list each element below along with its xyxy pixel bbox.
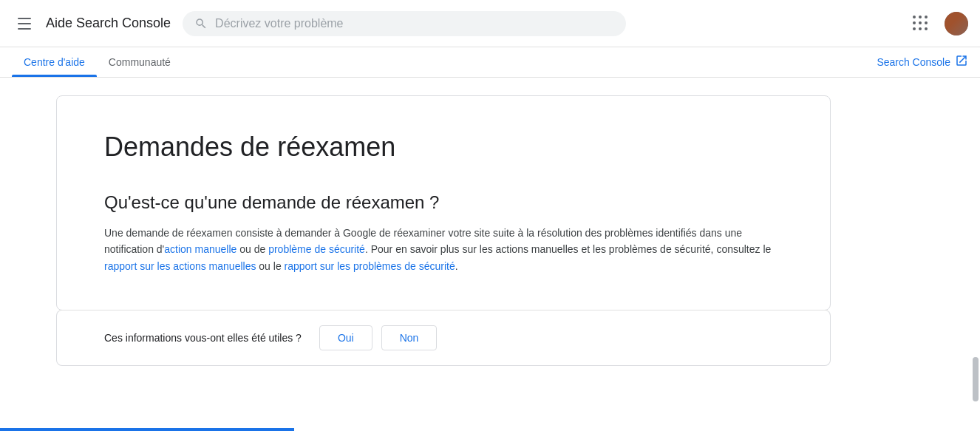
rapport-securite-link[interactable]: rapport sur les problèmes de sécurité [285,260,455,272]
avatar-image [945,12,968,35]
app-title: Aide Search Console [46,16,171,31]
nav-tabs-left: Centre d'aide Communauté [12,47,877,77]
header-right [906,9,968,38]
action-manuelle-link-1[interactable]: action manuelle [164,243,237,255]
header: Aide Search Console [0,0,980,47]
search-console-link[interactable]: Search Console [877,54,968,70]
main-content: Demandes de réexamen Qu'est-ce qu'une de… [0,78,887,384]
content-card: Demandes de réexamen Qu'est-ce qu'une de… [56,95,831,310]
nav-tabs: Centre d'aide Communauté Search Console [0,47,980,78]
search-input[interactable] [215,17,614,30]
rapport-actions-manuelles-link[interactable]: rapport sur les actions manuelles [104,260,256,272]
feedback-no-button[interactable]: Non [381,325,438,350]
feedback-yes-button[interactable]: Oui [319,325,372,350]
apps-button[interactable] [906,9,936,38]
page-title: Demandes de réexamen [104,132,783,163]
search-icon [194,17,208,30]
feedback-label: Ces informations vous-ont elles été util… [104,332,302,344]
probleme-securite-link-1[interactable]: problème de sécurité [268,243,365,255]
external-link-icon [955,54,968,70]
tab-centre-aide[interactable]: Centre d'aide [12,47,97,77]
tab-communaute[interactable]: Communauté [97,47,183,77]
menu-button[interactable] [12,12,37,35]
header-left: Aide Search Console [12,12,171,35]
avatar[interactable] [945,12,968,35]
feedback-buttons: Oui Non [319,325,437,350]
apps-grid-icon [913,16,929,32]
section-text: Une demande de réexamen consiste à deman… [104,225,783,274]
scroll-indicator[interactable] [973,357,979,384]
search-bar[interactable] [183,11,626,36]
search-console-link-label: Search Console [877,56,950,68]
section-title: Qu'est-ce qu'une demande de réexamen ? [104,192,783,213]
feedback-bar: Ces informations vous-ont elles été util… [56,310,831,366]
